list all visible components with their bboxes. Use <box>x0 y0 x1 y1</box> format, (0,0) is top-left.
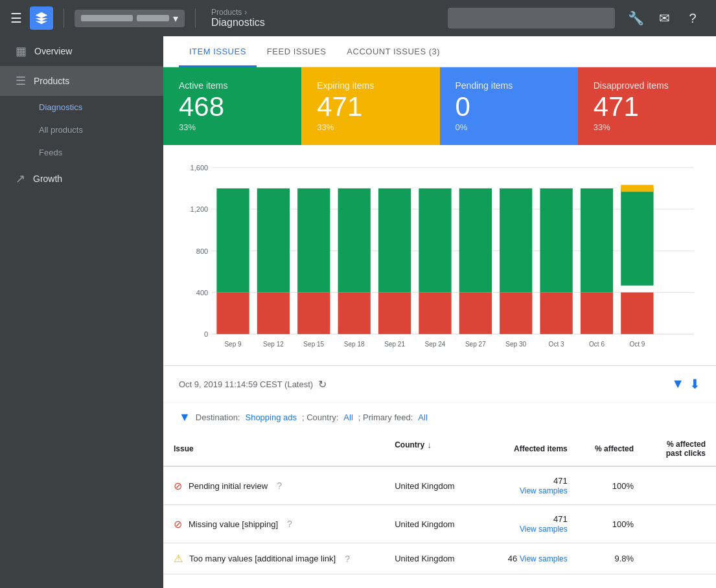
breadcrumb: Products › Diagnostics <box>211 8 265 28</box>
sidebar-sub-item-all-products[interactable]: All products <box>0 119 163 141</box>
pct-cell-1: 100% <box>578 505 644 543</box>
affected-cell-2: 46 View samples <box>495 543 578 574</box>
download-icon[interactable]: ⬇ <box>689 376 700 392</box>
svg-text:1,200: 1,200 <box>191 205 209 213</box>
pending-items-label: Pending items <box>456 80 562 91</box>
sidebar-overview-label: Overview <box>34 46 72 56</box>
chart-container: 1,600 1,200 800 400 0 <box>163 145 716 365</box>
feed-value[interactable]: All <box>418 413 427 422</box>
svg-rect-10 <box>216 188 249 293</box>
pending-items-percent: 0% <box>456 122 562 132</box>
expiring-items-percent: 33% <box>317 122 424 132</box>
svg-rect-13 <box>257 293 290 334</box>
svg-text:Sep 30: Sep 30 <box>505 341 526 348</box>
active-items-label: Active items <box>179 80 286 91</box>
pending-items-value: 0 <box>456 93 562 120</box>
products-icon: ☰ <box>16 74 26 88</box>
affected-cell-1: 471 View samples <box>495 505 578 543</box>
sidebar-item-growth[interactable]: ↗ Growth <box>0 164 163 194</box>
svg-text:Sep 9: Sep 9 <box>224 341 241 348</box>
help-icon[interactable]: ? <box>680 5 706 31</box>
svg-text:Sep 12: Sep 12 <box>263 341 284 348</box>
issue-cell-0: ⊘ Pending initial review ? <box>163 466 384 505</box>
svg-text:Sep 18: Sep 18 <box>344 341 365 348</box>
stats-row: Active items 468 33% Expiring items 471 … <box>163 67 716 145</box>
table-body: ⊘ Pending initial review ? United Kingdo… <box>163 466 716 574</box>
filter-bar: Oct 9, 2019 11:14:59 CEST (Latest) ↻ ▼ ⬇ <box>163 365 716 402</box>
main-content: ITEM ISSUES FEED ISSUES ACCOUNT ISSUES (… <box>163 36 716 588</box>
pct-past-cell-1 <box>644 505 716 543</box>
svg-rect-15 <box>297 293 330 334</box>
google-ads-logo <box>30 6 53 30</box>
active-items-percent: 33% <box>179 122 286 132</box>
svg-rect-16 <box>338 188 371 293</box>
svg-rect-27 <box>540 293 572 334</box>
country-sort-icon[interactable]: ↓ <box>427 440 432 450</box>
th-pct-affected: % affected <box>578 432 644 466</box>
sidebar-sub-item-diagnostics[interactable]: Diagnostics <box>0 96 163 119</box>
country-cell-1: United Kingdom <box>384 505 495 543</box>
pct-past-cell-2 <box>644 543 716 574</box>
svg-rect-30 <box>621 188 653 286</box>
disapproved-items-value: 471 <box>594 93 700 120</box>
issue-name-2: Too many values [additional image link] <box>189 554 336 563</box>
issue-cell-1: ⊘ Missing value [shipping] ? <box>163 505 384 543</box>
pct-cell-2: 9.8% <box>578 543 644 574</box>
disapproved-items-percent: 33% <box>594 122 700 132</box>
mail-icon[interactable]: ✉ <box>651 5 677 31</box>
svg-rect-18 <box>378 188 411 293</box>
help-icon-2[interactable]: ? <box>345 554 350 564</box>
help-icon-0[interactable]: ? <box>277 481 282 491</box>
country-separator: ; Country: <box>302 413 338 422</box>
sidebar-item-overview[interactable]: ▦ Overview <box>0 36 163 66</box>
hamburger-menu-icon[interactable]: ☰ <box>10 10 22 26</box>
view-samples-link-0[interactable]: View samples <box>520 486 568 495</box>
svg-text:1,600: 1,600 <box>191 164 209 172</box>
overview-icon: ▦ <box>16 44 27 58</box>
growth-icon: ↗ <box>16 172 25 186</box>
svg-rect-11 <box>216 293 249 334</box>
active-items-value: 468 <box>179 93 286 120</box>
refresh-icon[interactable]: ↻ <box>318 378 327 390</box>
country-value[interactable]: All <box>343 413 352 422</box>
sidebar: ▦ Overview ☰ Products Diagnostics All pr… <box>0 36 163 588</box>
filter-chips-funnel-icon: ▼ <box>179 411 191 424</box>
timestamp-section: Oct 9, 2019 11:14:59 CEST (Latest) ↻ <box>179 378 327 390</box>
account-chevron-icon: ▾ <box>173 12 178 25</box>
filter-funnel-icon[interactable]: ▼ <box>671 376 684 392</box>
stat-card-disapproved: Disapproved items 471 33% <box>578 67 716 145</box>
tab-feed-issues[interactable]: FEED ISSUES <box>257 36 336 67</box>
svg-rect-22 <box>459 188 492 293</box>
sidebar-sub-item-feeds[interactable]: Feeds <box>0 141 163 164</box>
th-country: Country ↓ <box>384 432 406 458</box>
help-icon-1[interactable]: ? <box>287 519 292 529</box>
sidebar-item-products[interactable]: ☰ Products <box>0 66 163 96</box>
view-samples-link-1[interactable]: View samples <box>520 525 568 534</box>
chart-svg: 1,600 1,200 800 400 0 <box>179 161 700 355</box>
svg-rect-25 <box>500 293 532 334</box>
svg-rect-24 <box>500 188 532 293</box>
tab-account-issues[interactable]: ACCOUNT ISSUES (3) <box>336 36 450 67</box>
svg-rect-21 <box>419 293 451 334</box>
svg-rect-20 <box>419 188 451 293</box>
filter-action-icons: ▼ ⬇ <box>671 376 700 392</box>
stat-card-pending: Pending items 0 0% <box>440 67 578 145</box>
filter-chips: ▼ Destination: Shopping ads ; Country: A… <box>163 402 716 432</box>
svg-text:800: 800 <box>196 247 208 254</box>
account-selector[interactable]: ▾ <box>75 10 185 27</box>
svg-rect-23 <box>459 293 492 334</box>
nav-action-icons: 🔧 ✉ ? <box>623 5 706 31</box>
th-affected: Affected items <box>495 432 578 466</box>
tab-item-issues[interactable]: ITEM ISSUES <box>179 36 257 67</box>
view-samples-link-2[interactable]: View samples <box>520 554 568 563</box>
all-products-label: All products <box>39 125 83 135</box>
svg-text:Oct 9: Oct 9 <box>629 341 645 348</box>
wrench-icon[interactable]: 🔧 <box>623 5 649 31</box>
tab-bar: ITEM ISSUES FEED ISSUES ACCOUNT ISSUES (… <box>163 36 716 67</box>
th-issue: Issue <box>163 432 384 466</box>
svg-text:Sep 15: Sep 15 <box>303 341 324 348</box>
search-bar[interactable] <box>448 8 615 28</box>
destination-value[interactable]: Shopping ads <box>245 413 297 422</box>
th-pct-past: % affected past clicks <box>644 432 716 466</box>
issues-table-container: Issue Country ↓ Affected items % affecte… <box>163 432 716 574</box>
